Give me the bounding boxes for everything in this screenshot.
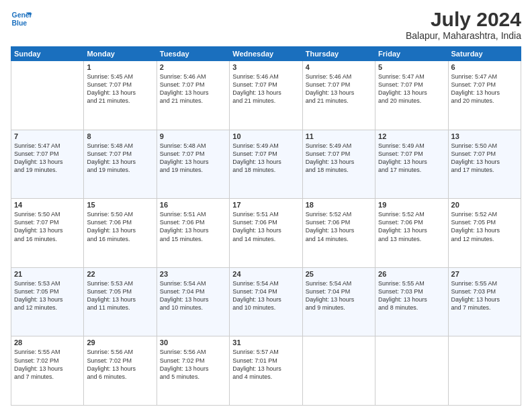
calendar-cell: 5Sunrise: 5:47 AM Sunset: 7:07 PM Daylig… — [375, 61, 448, 130]
calendar-week-row: 28Sunrise: 5:55 AM Sunset: 7:02 PM Dayli… — [11, 336, 521, 406]
day-info: Sunrise: 5:47 AM Sunset: 7:07 PM Dayligh… — [451, 73, 518, 105]
calendar-day-header: Friday — [375, 47, 448, 61]
day-info: Sunrise: 5:46 AM Sunset: 7:07 PM Dayligh… — [160, 73, 226, 105]
calendar-cell: 11Sunrise: 5:49 AM Sunset: 7:07 PM Dayli… — [302, 130, 375, 199]
day-number: 13 — [451, 132, 518, 140]
day-number: 14 — [14, 201, 81, 209]
calendar-cell: 13Sunrise: 5:50 AM Sunset: 7:07 PM Dayli… — [448, 130, 521, 199]
main-title: July 2024 — [406, 8, 521, 30]
calendar-cell: 21Sunrise: 5:53 AM Sunset: 7:05 PM Dayli… — [11, 267, 84, 336]
sub-title: Balapur, Maharashtra, India — [406, 30, 521, 41]
calendar-cell: 18Sunrise: 5:52 AM Sunset: 7:06 PM Dayli… — [302, 199, 375, 268]
calendar-cell: 31Sunrise: 5:57 AM Sunset: 7:01 PM Dayli… — [230, 336, 302, 406]
day-number: 27 — [451, 270, 518, 278]
calendar-cell: 24Sunrise: 5:54 AM Sunset: 7:04 PM Dayli… — [230, 267, 302, 336]
day-info: Sunrise: 5:50 AM Sunset: 7:07 PM Dayligh… — [14, 210, 81, 243]
day-info: Sunrise: 5:54 AM Sunset: 7:04 PM Dayligh… — [306, 279, 372, 312]
calendar-cell: 23Sunrise: 5:54 AM Sunset: 7:04 PM Dayli… — [157, 267, 229, 336]
day-info: Sunrise: 5:47 AM Sunset: 7:07 PM Dayligh… — [378, 73, 445, 105]
title-block: July 2024 Balapur, Maharashtra, India — [406, 8, 521, 41]
page: General Blue July 2024 Balapur, Maharash… — [0, 0, 532, 411]
day-info: Sunrise: 5:56 AM Sunset: 7:02 PM Dayligh… — [87, 348, 153, 381]
day-number: 18 — [306, 201, 372, 209]
day-info: Sunrise: 5:45 AM Sunset: 7:07 PM Dayligh… — [87, 73, 153, 105]
day-number: 28 — [14, 338, 81, 347]
calendar-cell — [375, 336, 448, 406]
day-info: Sunrise: 5:46 AM Sunset: 7:07 PM Dayligh… — [232, 73, 299, 105]
calendar-cell: 1Sunrise: 5:45 AM Sunset: 7:07 PM Daylig… — [84, 61, 157, 130]
calendar-day-header: Sunday — [11, 47, 84, 61]
logo-icon: General Blue — [11, 8, 32, 30]
day-info: Sunrise: 5:52 AM Sunset: 7:05 PM Dayligh… — [451, 210, 518, 243]
day-info: Sunrise: 5:47 AM Sunset: 7:07 PM Dayligh… — [14, 142, 81, 175]
calendar-day-header: Tuesday — [157, 47, 229, 61]
day-number: 29 — [87, 338, 153, 347]
day-info: Sunrise: 5:52 AM Sunset: 7:06 PM Dayligh… — [306, 210, 372, 243]
day-number: 12 — [378, 132, 445, 140]
calendar-cell — [302, 336, 375, 406]
calendar-cell: 29Sunrise: 5:56 AM Sunset: 7:02 PM Dayli… — [84, 336, 157, 406]
day-info: Sunrise: 5:51 AM Sunset: 7:06 PM Dayligh… — [232, 210, 299, 243]
day-number: 2 — [160, 63, 226, 71]
day-info: Sunrise: 5:55 AM Sunset: 7:03 PM Dayligh… — [378, 279, 445, 312]
calendar-cell: 19Sunrise: 5:52 AM Sunset: 7:06 PM Dayli… — [375, 199, 448, 268]
day-number: 15 — [87, 201, 153, 209]
day-info: Sunrise: 5:54 AM Sunset: 7:04 PM Dayligh… — [160, 279, 226, 312]
calendar-week-row: 1Sunrise: 5:45 AM Sunset: 7:07 PM Daylig… — [11, 61, 521, 130]
day-number: 30 — [160, 338, 226, 347]
calendar-cell: 26Sunrise: 5:55 AM Sunset: 7:03 PM Dayli… — [375, 267, 448, 336]
header: General Blue July 2024 Balapur, Maharash… — [11, 8, 521, 41]
calendar-cell: 7Sunrise: 5:47 AM Sunset: 7:07 PM Daylig… — [11, 130, 84, 199]
calendar-cell — [11, 61, 84, 130]
day-info: Sunrise: 5:56 AM Sunset: 7:02 PM Dayligh… — [160, 348, 226, 381]
calendar-cell: 17Sunrise: 5:51 AM Sunset: 7:06 PM Dayli… — [230, 199, 302, 268]
calendar-cell: 25Sunrise: 5:54 AM Sunset: 7:04 PM Dayli… — [302, 267, 375, 336]
day-info: Sunrise: 5:55 AM Sunset: 7:03 PM Dayligh… — [451, 279, 518, 312]
day-number: 11 — [306, 132, 372, 140]
calendar-cell: 30Sunrise: 5:56 AM Sunset: 7:02 PM Dayli… — [157, 336, 229, 406]
svg-text:Blue: Blue — [12, 19, 28, 27]
day-number: 7 — [14, 132, 81, 140]
day-info: Sunrise: 5:49 AM Sunset: 7:07 PM Dayligh… — [232, 142, 299, 175]
calendar-table: SundayMondayTuesdayWednesdayThursdayFrid… — [11, 46, 521, 406]
calendar-cell: 10Sunrise: 5:49 AM Sunset: 7:07 PM Dayli… — [230, 130, 302, 199]
day-number: 9 — [160, 132, 226, 140]
calendar-week-row: 7Sunrise: 5:47 AM Sunset: 7:07 PM Daylig… — [11, 130, 521, 199]
day-info: Sunrise: 5:48 AM Sunset: 7:07 PM Dayligh… — [160, 142, 226, 175]
day-number: 21 — [14, 270, 81, 278]
day-number: 5 — [378, 63, 445, 71]
day-info: Sunrise: 5:48 AM Sunset: 7:07 PM Dayligh… — [87, 142, 153, 175]
day-info: Sunrise: 5:50 AM Sunset: 7:06 PM Dayligh… — [87, 210, 153, 243]
day-info: Sunrise: 5:49 AM Sunset: 7:07 PM Dayligh… — [306, 142, 372, 175]
day-info: Sunrise: 5:50 AM Sunset: 7:07 PM Dayligh… — [451, 142, 518, 175]
day-number: 4 — [306, 63, 372, 71]
day-number: 1 — [87, 63, 153, 71]
day-number: 22 — [87, 270, 153, 278]
day-number: 31 — [232, 338, 299, 347]
day-number: 8 — [87, 132, 153, 140]
day-info: Sunrise: 5:57 AM Sunset: 7:01 PM Dayligh… — [232, 348, 299, 381]
day-info: Sunrise: 5:51 AM Sunset: 7:06 PM Dayligh… — [160, 210, 226, 243]
calendar-cell: 12Sunrise: 5:49 AM Sunset: 7:07 PM Dayli… — [375, 130, 448, 199]
calendar-cell: 22Sunrise: 5:53 AM Sunset: 7:05 PM Dayli… — [84, 267, 157, 336]
day-number: 10 — [232, 132, 299, 140]
day-info: Sunrise: 5:54 AM Sunset: 7:04 PM Dayligh… — [232, 279, 299, 312]
day-number: 24 — [232, 270, 299, 278]
calendar-cell: 16Sunrise: 5:51 AM Sunset: 7:06 PM Dayli… — [157, 199, 229, 268]
day-info: Sunrise: 5:52 AM Sunset: 7:06 PM Dayligh… — [378, 210, 445, 243]
day-info: Sunrise: 5:53 AM Sunset: 7:05 PM Dayligh… — [14, 279, 81, 312]
calendar-cell: 14Sunrise: 5:50 AM Sunset: 7:07 PM Dayli… — [11, 199, 84, 268]
calendar-week-row: 14Sunrise: 5:50 AM Sunset: 7:07 PM Dayli… — [11, 199, 521, 268]
day-number: 16 — [160, 201, 226, 209]
calendar-day-header: Wednesday — [230, 47, 302, 61]
day-number: 3 — [232, 63, 299, 71]
calendar-cell: 8Sunrise: 5:48 AM Sunset: 7:07 PM Daylig… — [84, 130, 157, 199]
calendar-cell: 15Sunrise: 5:50 AM Sunset: 7:06 PM Dayli… — [84, 199, 157, 268]
day-info: Sunrise: 5:49 AM Sunset: 7:07 PM Dayligh… — [378, 142, 445, 175]
calendar-cell: 2Sunrise: 5:46 AM Sunset: 7:07 PM Daylig… — [157, 61, 229, 130]
calendar-cell: 3Sunrise: 5:46 AM Sunset: 7:07 PM Daylig… — [230, 61, 302, 130]
calendar-cell — [448, 336, 521, 406]
day-number: 17 — [232, 201, 299, 209]
calendar-cell: 6Sunrise: 5:47 AM Sunset: 7:07 PM Daylig… — [448, 61, 521, 130]
day-number: 19 — [378, 201, 445, 209]
